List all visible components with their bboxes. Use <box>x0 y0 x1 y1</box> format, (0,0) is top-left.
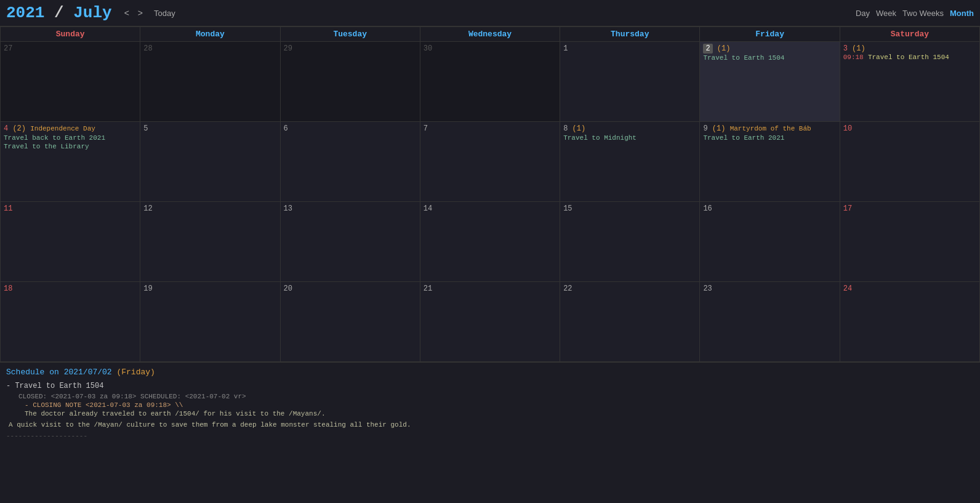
day-number: 5 <box>143 124 148 133</box>
day-number: 10 <box>843 124 852 133</box>
cal-day-28-jun[interactable]: 28 <box>140 42 280 122</box>
schedule-closing-note: - CLOSING NOTE <2021-07-03 za 09:18> \\ <box>25 401 974 409</box>
day-number: 13 <box>284 204 292 213</box>
day-number: 19 <box>143 284 152 293</box>
day-number: 21 <box>424 284 432 293</box>
schedule-meta: CLOSED: <2021-07-03 za 09:18> SCHEDULED:… <box>18 393 974 400</box>
day-number: 29 <box>284 44 292 53</box>
day-number: 1 <box>563 44 568 53</box>
calendar-grid: Sunday Monday Tuesday Wednesday Thursday… <box>0 26 980 362</box>
day-number: 20 <box>284 284 292 293</box>
header-wednesday: Wednesday <box>420 27 560 42</box>
cal-day-3[interactable]: 3 (1) 09:18 Travel to Earth 1504 <box>840 42 979 122</box>
cal-day-14[interactable]: 14 <box>420 202 560 282</box>
header-sunday: Sunday <box>1 27 140 42</box>
event-travel-earth-1504-fri[interactable]: Travel to Earth 1504 <box>703 54 836 62</box>
day-number: 8 <box>563 124 568 133</box>
cal-day-9[interactable]: 9 (1) Martyrdom of the Báb Travel to Ear… <box>700 122 840 202</box>
cal-day-6[interactable]: 6 <box>280 122 420 202</box>
day-number: 18 <box>4 284 12 293</box>
header-saturday: Saturday <box>840 27 979 42</box>
cal-day-2[interactable]: 2 (1) Travel to Earth 1504 <box>700 42 840 122</box>
week-row: 27 28 29 30 1 2 (1) Travel to Earth 1504… <box>1 42 980 122</box>
day-number: 28 <box>143 44 152 53</box>
day-number: 9 <box>703 124 707 133</box>
header-monday: Monday <box>140 27 280 42</box>
next-button[interactable]: > <box>135 7 145 19</box>
cal-day-16[interactable]: 16 <box>700 202 840 282</box>
cal-day-21[interactable]: 21 <box>420 282 560 362</box>
cal-day-18[interactable]: 18 <box>1 282 140 362</box>
schedule-day-label: (Friday) <box>116 368 155 377</box>
cal-day-8[interactable]: 8 (1) Travel to Midnight <box>560 122 700 202</box>
cal-day-15[interactable]: 15 <box>560 202 700 282</box>
view-month-button[interactable]: Month <box>950 9 974 18</box>
cal-day-13[interactable]: 13 <box>280 202 420 282</box>
holiday-martyrdom: Martyrdom of the Báb <box>730 125 811 132</box>
schedule-body-text: The doctor already traveled to earth /15… <box>25 410 974 417</box>
cal-day-23[interactable]: 23 <box>700 282 840 362</box>
cal-day-17[interactable]: 17 <box>840 202 979 282</box>
calendar-header: 2021 / July < > Today Day Week Two Weeks… <box>0 0 980 26</box>
schedule-description: A quick visit to the /Mayan/ culture to … <box>9 421 974 429</box>
cal-day-7[interactable]: 7 <box>420 122 560 202</box>
day-number: 12 <box>143 204 152 213</box>
cal-day-10[interactable]: 10 <box>840 122 979 202</box>
cal-day-19[interactable]: 19 <box>140 282 280 362</box>
view-week-button[interactable]: Week <box>876 9 896 18</box>
event-count: (1) <box>852 44 866 53</box>
cal-day-20[interactable]: 20 <box>280 282 420 362</box>
calendar-body: 27 28 29 30 1 2 (1) Travel to Earth 1504… <box>1 42 980 362</box>
holiday-label: Independence Day <box>30 125 95 132</box>
schedule-date: 2021/07/02 <box>64 368 112 377</box>
day-headers-row: Sunday Monday Tuesday Wednesday Thursday… <box>1 27 980 42</box>
schedule-event-title: - Travel to Earth 1504 <box>6 382 974 390</box>
event-travel-earth-1504-sat[interactable]: Travel to Earth 1504 <box>868 54 949 61</box>
week-row: 11 12 13 14 15 16 17 <box>1 202 980 282</box>
day-number: 17 <box>843 204 852 213</box>
event-travel-library[interactable]: Travel to the Library <box>4 143 137 150</box>
cal-day-22[interactable]: 22 <box>560 282 700 362</box>
event-count: (1) <box>717 44 731 53</box>
event-travel-back-earth[interactable]: Travel back to Earth 2021 <box>4 134 137 142</box>
cal-day-11[interactable]: 11 <box>1 202 140 282</box>
schedule-panel: Schedule on 2021/07/02 (Friday) - Travel… <box>0 362 980 445</box>
cal-day-30-jun[interactable]: 30 <box>420 42 560 122</box>
cal-day-5[interactable]: 5 <box>140 122 280 202</box>
day-number: 16 <box>703 204 712 213</box>
day-number: 4 <box>4 124 8 133</box>
view-day-button[interactable]: Day <box>856 9 870 18</box>
day-number: 2 <box>703 44 712 54</box>
cal-day-27-jun[interactable]: 27 <box>1 42 140 122</box>
day-number: 27 <box>4 44 12 53</box>
event-count: (1) <box>712 124 726 133</box>
schedule-title: Schedule on 2021/07/02 (Friday) <box>6 368 974 377</box>
year-label: 2021 <box>6 4 44 22</box>
cal-day-1[interactable]: 1 <box>560 42 700 122</box>
month-label: July <box>73 4 111 22</box>
event-count: (1) <box>572 124 586 133</box>
view-twoweeks-button[interactable]: Two Weeks <box>902 9 944 18</box>
cal-day-24[interactable]: 24 <box>840 282 979 362</box>
cal-day-12[interactable]: 12 <box>140 202 280 282</box>
day-number: 24 <box>843 284 852 293</box>
navigation-buttons: < > Today <box>122 7 180 19</box>
slash-label: / <box>44 4 73 22</box>
day-number: 15 <box>563 204 572 213</box>
day-number: 22 <box>563 284 572 293</box>
header-thursday: Thursday <box>560 27 700 42</box>
day-number: 3 <box>843 44 848 53</box>
week-row: 18 19 20 21 22 23 24 <box>1 282 980 362</box>
prev-button[interactable]: < <box>122 7 132 19</box>
day-number: 14 <box>424 204 432 213</box>
event-count: (2) <box>12 124 26 133</box>
day-number: 11 <box>4 204 12 213</box>
day-number: 7 <box>424 124 428 133</box>
event-travel-earth-2021[interactable]: Travel to Earth 2021 <box>703 134 836 142</box>
cal-day-29-jun[interactable]: 29 <box>280 42 420 122</box>
event-travel-midnight[interactable]: Travel to Midnight <box>563 134 696 142</box>
cal-day-4[interactable]: 4 (2) Independence Day Travel back to Ea… <box>1 122 140 202</box>
header-friday: Friday <box>700 27 840 42</box>
schedule-divider: -------------------- <box>6 432 974 440</box>
today-button[interactable]: Today <box>149 7 180 19</box>
